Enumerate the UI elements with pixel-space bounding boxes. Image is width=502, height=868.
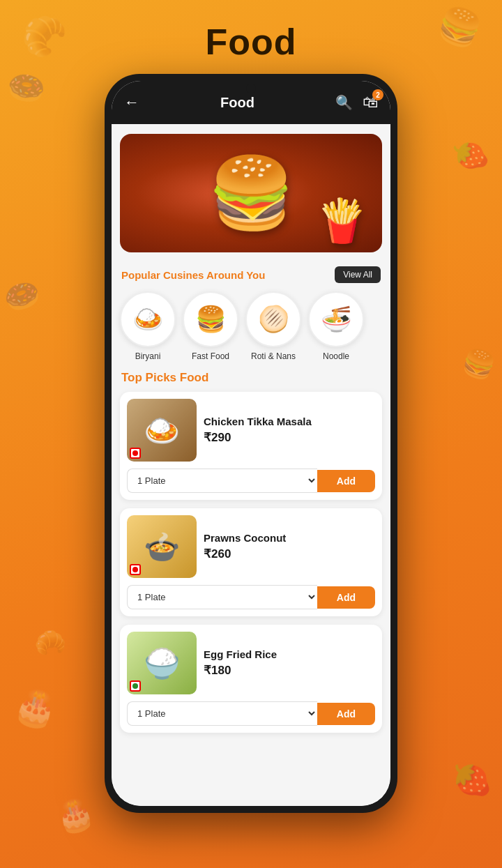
cuisine-name-biryani: Biryani bbox=[135, 351, 161, 361]
cuisine-item-rotinans[interactable]: 🫓 Roti & Nans bbox=[245, 291, 301, 361]
non-veg-dot-2 bbox=[132, 567, 138, 572]
top-picks-title: Top Picks Food bbox=[112, 368, 390, 392]
food-name-2: Prawns Coconut bbox=[204, 532, 375, 544]
plate-select-1[interactable]: 1 Plate bbox=[127, 469, 317, 493]
cuisine-item-fastfood[interactable]: 🍔 Fast Food bbox=[183, 291, 238, 361]
cart-button[interactable]: 🛍 2 bbox=[363, 93, 378, 112]
plate-select-3[interactable]: 1 Plate bbox=[127, 701, 317, 726]
phone-frame: ← Food 🔍 🛍 2 🍔 🍟 Pop bbox=[105, 74, 397, 813]
cuisine-circle-rotinans: 🫓 bbox=[245, 291, 301, 347]
food-card-inner-2: 🍲 Prawns Coconut ₹260 bbox=[120, 508, 382, 585]
veg-badge-1 bbox=[130, 448, 141, 459]
food-emoji-2: 🍲 bbox=[144, 530, 180, 564]
cuisine-circle-fastfood: 🍔 bbox=[183, 291, 238, 347]
food-name-1: Chicken Tikka Masala bbox=[204, 416, 375, 427]
food-card-inner-1: 🍛 Chicken Tikka Masala ₹290 bbox=[120, 392, 382, 469]
food-price-3: ₹180 bbox=[204, 663, 375, 678]
food-name-3: Egg Fried Rice bbox=[204, 648, 375, 660]
search-icon[interactable]: 🔍 bbox=[335, 94, 353, 111]
cuisine-item-biryani[interactable]: 🍛 Biryani bbox=[120, 291, 176, 361]
food-actions-1: 1 Plate Add bbox=[120, 469, 382, 500]
popular-section-title: Popular Cusines Around You bbox=[121, 269, 265, 281]
food-info-1: Chicken Tikka Masala ₹290 bbox=[204, 416, 375, 445]
hero-banner: 🍔 🍟 bbox=[120, 134, 382, 252]
non-veg-dot-1 bbox=[132, 450, 138, 456]
cuisine-circle-noodle: 🍜 bbox=[308, 291, 364, 347]
food-info-3: Egg Fried Rice ₹180 bbox=[204, 648, 375, 678]
header-icons: 🔍 🛍 2 bbox=[335, 93, 378, 112]
header-title: Food bbox=[220, 95, 254, 111]
food-price-1: ₹290 bbox=[204, 430, 375, 445]
phone-notch bbox=[246, 84, 256, 93]
food-card-chicken-tikka: 🍛 Chicken Tikka Masala ₹290 1 Plate Add bbox=[120, 392, 382, 500]
food-image-prawns-coconut: 🍲 bbox=[127, 515, 197, 578]
add-button-3[interactable]: Add bbox=[317, 703, 375, 725]
phone-screen: ← Food 🔍 🛍 2 🍔 🍟 Pop bbox=[112, 81, 390, 806]
bottom-spacer bbox=[112, 741, 390, 755]
food-info-2: Prawns Coconut ₹260 bbox=[204, 532, 375, 561]
veg-badge-3 bbox=[130, 680, 141, 692]
cart-badge: 2 bbox=[372, 89, 383, 100]
screen-content: 🍔 🍟 Popular Cusines Around You View All … bbox=[112, 124, 390, 806]
hero-food-emoji: 🍔 bbox=[208, 152, 295, 234]
food-emoji-1: 🍛 bbox=[144, 413, 180, 448]
food-card-inner-3: 🍚 Egg Fried Rice ₹180 bbox=[120, 625, 382, 701]
add-button-2[interactable]: Add bbox=[317, 586, 375, 609]
cuisine-item-noodle[interactable]: 🍜 Noodle bbox=[308, 291, 364, 361]
cuisine-name-rotinans: Roti & Nans bbox=[251, 351, 296, 361]
food-card-egg-fried-rice: 🍚 Egg Fried Rice ₹180 1 Plate Add bbox=[120, 625, 382, 733]
popular-section-header: Popular Cusines Around You View All bbox=[112, 259, 390, 287]
food-image-chicken-tikka: 🍛 bbox=[127, 399, 197, 462]
veg-dot-3 bbox=[132, 683, 138, 689]
veg-badge-2 bbox=[130, 564, 141, 575]
cuisine-row: 🍛 Biryani 🍔 Fast Food 🫓 Roti & Nans 🍜 No… bbox=[112, 287, 390, 368]
page-title: Food bbox=[205, 21, 296, 63]
food-image-egg-fried-rice: 🍚 bbox=[127, 632, 197, 694]
cuisine-circle-biryani: 🍛 bbox=[120, 291, 176, 347]
cuisine-name-noodle: Noodle bbox=[323, 351, 349, 361]
food-actions-3: 1 Plate Add bbox=[120, 701, 382, 733]
food-card-prawns-coconut: 🍲 Prawns Coconut ₹260 1 Plate Add bbox=[120, 508, 382, 616]
hero-food-image: 🍔 🍟 bbox=[120, 134, 382, 252]
food-emoji-3: 🍚 bbox=[144, 646, 180, 680]
add-button-1[interactable]: Add bbox=[317, 470, 375, 492]
view-all-button[interactable]: View All bbox=[335, 266, 381, 283]
plate-select-2[interactable]: 1 Plate bbox=[127, 585, 317, 609]
food-price-2: ₹260 bbox=[204, 547, 375, 561]
food-actions-2: 1 Plate Add bbox=[120, 585, 382, 616]
back-button[interactable]: ← bbox=[124, 93, 139, 112]
cuisine-name-fastfood: Fast Food bbox=[192, 351, 229, 361]
hero-fries-emoji: 🍟 bbox=[316, 196, 368, 245]
